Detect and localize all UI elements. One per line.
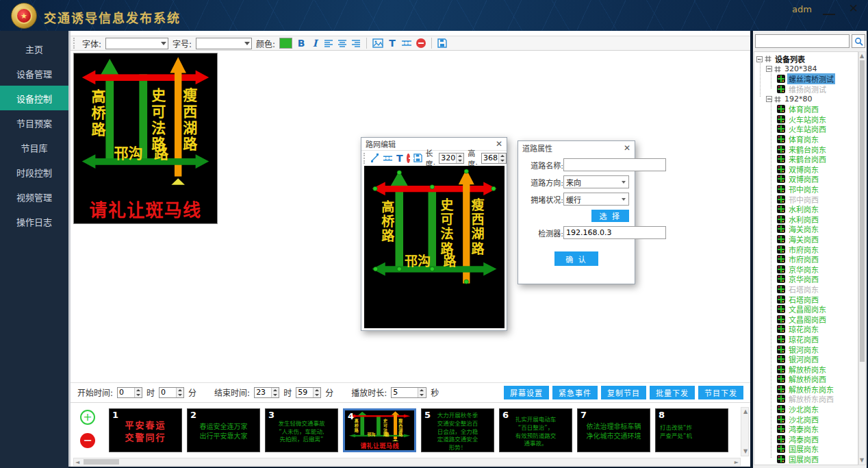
start-minute-input[interactable] [159,388,176,397]
height-input[interactable] [482,153,498,163]
program-thumbnail-3[interactable]: 3 发生轻微交通事故“人未伤，车能动,先拍照，后撤离” [265,408,338,452]
device-tree-node[interactable]: 解放桥东岗西 [754,394,858,404]
scrollbar-thumb[interactable] [860,60,865,362]
spin-up[interactable] [499,153,506,158]
device-tree-node[interactable]: 海关岗东 [754,224,858,234]
device-tree-scrollbar[interactable]: ▲ ▼ [858,51,866,465]
device-tree-node[interactable]: 体育岗东 [754,134,858,145]
spin-up[interactable] [177,388,183,393]
font-select[interactable] [105,38,168,49]
length-input[interactable] [439,153,456,163]
sidebar-item[interactable]: 时段控制 [0,160,68,184]
program-thumbnail-5[interactable]: 5 大力开展秋冬季交通安全整治百日会战，全力稳定道路交通安全形势！ [421,408,494,452]
sidebar-item[interactable]: 节目预案 [0,110,68,135]
device-tree-node[interactable]: 双博岗西 [754,174,858,184]
action-button[interactable]: 屏幕设置 [504,386,549,399]
device-tree-node[interactable]: 鸿泰岗东 [754,424,858,434]
device-tree-node[interactable]: 设备列表 [754,54,858,64]
insert-image-icon[interactable] [372,38,383,48]
program-thumbnail-6[interactable]: 6 扎实开展电动车“百日整治”，有效预防道路交通事故。 [499,408,572,452]
save-icon[interactable] [437,38,447,48]
device-tree-node[interactable]: 鸿泰岗西 [754,434,858,445]
minimize-icon[interactable] [823,5,835,15]
device-tree-node[interactable]: 沙北岗西 [754,414,858,424]
device-tree-node[interactable]: 螺丝湾桥测试 [754,74,858,84]
device-tree-node[interactable]: 火车站岗东 [754,114,858,125]
action-button[interactable]: 复制节目 [601,386,646,399]
sidebar-item[interactable]: 主页 [0,36,68,61]
draw-line-icon[interactable] [370,153,379,162]
save-icon[interactable] [413,153,422,162]
program-thumbnail-2[interactable]: 2 春运安全连万家出行平安靠大家 [187,408,260,452]
device-tree-node[interactable]: 水利岗东 [754,204,858,214]
action-button[interactable]: 批量下发 [650,386,695,399]
spin-up[interactable] [457,153,463,158]
device-tree-node[interactable]: 市府岗西 [754,254,858,264]
spin-down[interactable] [177,393,183,397]
sidebar-item[interactable]: 设备管理 [0,61,68,86]
editor-canvas[interactable]: 高桥路 史可法路 瘦西湖路 邗沟 路 请礼让斑马线 [364,166,505,328]
sidebar-item[interactable]: 操作日志 [0,209,68,234]
detector-input[interactable] [563,226,666,239]
road-direction-select[interactable]: 来向 [563,175,629,188]
device-tree-node[interactable]: 海关岗西 [754,234,858,245]
program-thumbnail-1[interactable]: 1 平安春运交警同行 [109,408,182,452]
text-tool-button[interactable]: T [396,153,403,164]
device-tree-node[interactable]: 解放桥岗东 [754,364,858,374]
sidebar-item[interactable]: 设备控制 [0,86,68,110]
device-search-input[interactable] [755,34,850,48]
program-thumbnail-4[interactable]: 高桥路 史可法路 瘦西湖路 邗沟 路 请礼让斑马线 4 [343,408,416,452]
sidebar-item[interactable]: 节目库 [0,135,68,160]
spin-up[interactable] [135,388,142,393]
spin-down[interactable] [314,393,320,397]
device-tree-node[interactable]: 京华岗东 [754,264,858,274]
end-hour-input[interactable] [255,388,271,397]
device-tree-node[interactable]: 琼花岗西 [754,334,858,345]
device-tree-node[interactable]: 解放桥岗西 [754,374,858,384]
device-tree-node[interactable]: 沙北岗东 [754,404,858,415]
sidebar-item[interactable]: 视频管理 [0,184,68,209]
duration-input[interactable] [392,388,418,397]
font-size-select[interactable] [196,38,252,49]
device-tree-node[interactable]: 银河岗西 [754,354,858,365]
spin-up[interactable] [272,388,279,393]
toolbar-grip[interactable] [363,153,366,164]
device-tree-node[interactable]: 双博岗东 [754,164,858,175]
close-icon[interactable]: ✕ [496,139,502,149]
device-tree-node[interactable]: 来鹤台岗西 [754,154,858,164]
device-tree-node[interactable]: 琼花岗东 [754,324,858,334]
road-tool-icon[interactable] [383,154,393,162]
device-tree-node[interactable]: 银河岗东 [754,344,858,354]
road-tool-icon[interactable] [401,39,412,47]
device-tree-node[interactable]: 文昌阁岗西 [754,314,858,324]
color-swatch[interactable] [279,38,292,49]
device-tree-node[interactable]: 320*384 [754,64,858,75]
spin-down[interactable] [457,158,463,163]
delete-icon[interactable] [407,153,410,163]
device-tree-node[interactable]: 国展岗东 [754,444,858,454]
action-button[interactable]: 紧急事件 [552,386,598,399]
device-tree-node[interactable]: 火车站岗西 [754,124,858,134]
device-tree-node[interactable]: 维扬岗测试 [754,84,858,95]
device-tree-node[interactable]: 来鹤台岗东 [754,144,858,154]
device-tree-node[interactable]: 石塔岗东 [754,284,858,295]
device-tree-node[interactable]: 邗中岗西 [754,194,858,204]
italic-button[interactable]: I [310,38,320,49]
spin-up[interactable] [314,388,320,393]
end-minute-input[interactable] [296,388,313,397]
program-thumbnail-8[interactable]: 8 打击改装“炸严查严处“机 [655,408,728,452]
device-tree-node[interactable]: 石塔岗西 [754,294,858,304]
align-center-icon[interactable] [337,39,347,47]
device-tree-node[interactable]: 市府岗东 [754,244,858,254]
toolbar-grip[interactable] [73,38,77,49]
congestion-select[interactable]: 缓行 [563,193,629,206]
align-right-icon[interactable] [351,39,361,47]
spin-down[interactable] [272,393,279,397]
search-button[interactable] [852,34,865,48]
road-name-input[interactable] [563,158,666,171]
scrollbar-thumb[interactable] [84,459,119,465]
device-tree-node[interactable]: 解放桥东岗东 [754,384,858,395]
device-tree-node[interactable]: 文昌阁岗东 [754,304,858,315]
device-tree-node[interactable]: 京华岗西 [754,274,858,284]
spin-down[interactable] [499,158,506,163]
